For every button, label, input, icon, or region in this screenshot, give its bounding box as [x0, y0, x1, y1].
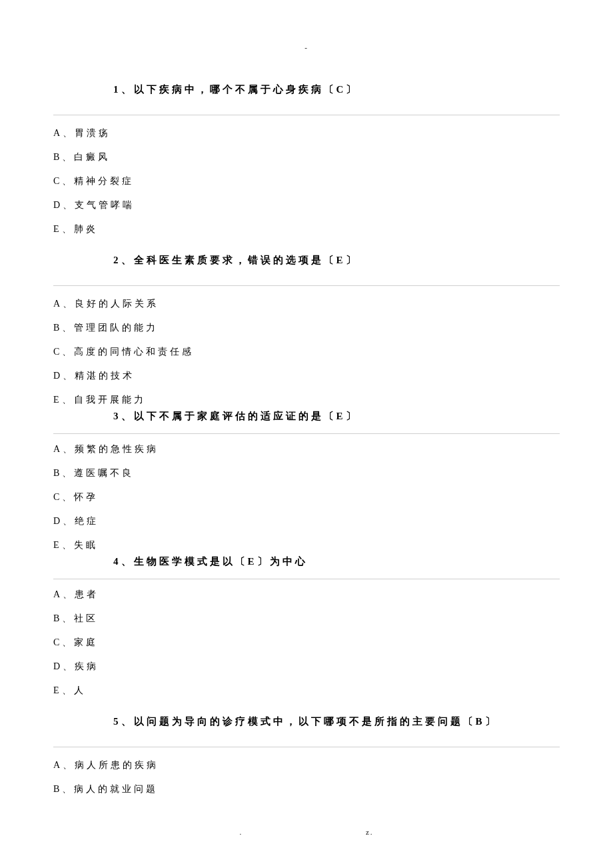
option: B、病人的就业问题 [53, 783, 560, 795]
divider [53, 579, 560, 579]
option: A、病人所患的疾病 [53, 759, 560, 771]
option: E、肺炎 [53, 223, 560, 235]
option: A、频繁的急性疾病 [53, 443, 560, 455]
option: B、白癜风 [53, 151, 560, 163]
option: E、自我开展能力 [53, 394, 560, 406]
option: B、社区 [53, 613, 560, 625]
divider [53, 115, 560, 115]
top-mark: - [53, 43, 560, 51]
option: E、人 [53, 685, 560, 697]
option: D、绝症 [53, 515, 560, 527]
divider [53, 285, 560, 286]
question-block: 5、以问题为导向的诊疗模式中，以下哪项不是所指的主要问题〔B〕 A、病人所患的疾… [53, 715, 560, 795]
option: C、怀孕 [53, 491, 560, 503]
option: C、高度的同情心和责任感 [53, 346, 560, 358]
option: A、患者 [53, 589, 560, 601]
option: D、支气管哮喘 [53, 199, 560, 211]
question-title: 1、以下疾病中，哪个不属于心身疾病〔C〕 [53, 83, 560, 96]
option: B、管理团队的能力 [53, 322, 560, 334]
footer-right: z. [366, 828, 374, 836]
option: A、良好的人际关系 [53, 298, 560, 310]
option: D、疾病 [53, 661, 560, 673]
option: D、精湛的技术 [53, 370, 560, 382]
page-footer: . z. [0, 828, 613, 836]
divider [53, 747, 560, 747]
question-block: 2、全科医生素质要求，错误的选项是〔E〕 A、良好的人际关系 B、管理团队的能力… [53, 254, 560, 697]
option: C、精神分裂症 [53, 175, 560, 187]
option: E、失眠 [53, 539, 560, 551]
document-page: - 1、以下疾病中，哪个不属于心身疾病〔C〕 A、胃溃疡 B、白癜风 C、精神分… [0, 0, 613, 841]
question-title: 5、以问题为导向的诊疗模式中，以下哪项不是所指的主要问题〔B〕 [53, 715, 560, 728]
option: C、家庭 [53, 637, 560, 649]
divider [53, 433, 560, 434]
option: B、遵医嘱不良 [53, 467, 560, 479]
question-title: 3、以下不属于家庭评估的适应证的是〔E〕 [53, 410, 560, 423]
question-title: 2、全科医生素质要求，错误的选项是〔E〕 [53, 254, 560, 267]
question-block: 1、以下疾病中，哪个不属于心身疾病〔C〕 A、胃溃疡 B、白癜风 C、精神分裂症… [53, 83, 560, 235]
footer-left: . [239, 828, 243, 836]
question-title: 4、生物医学模式是以〔E〕为中心 [53, 555, 560, 568]
option: A、胃溃疡 [53, 127, 560, 139]
